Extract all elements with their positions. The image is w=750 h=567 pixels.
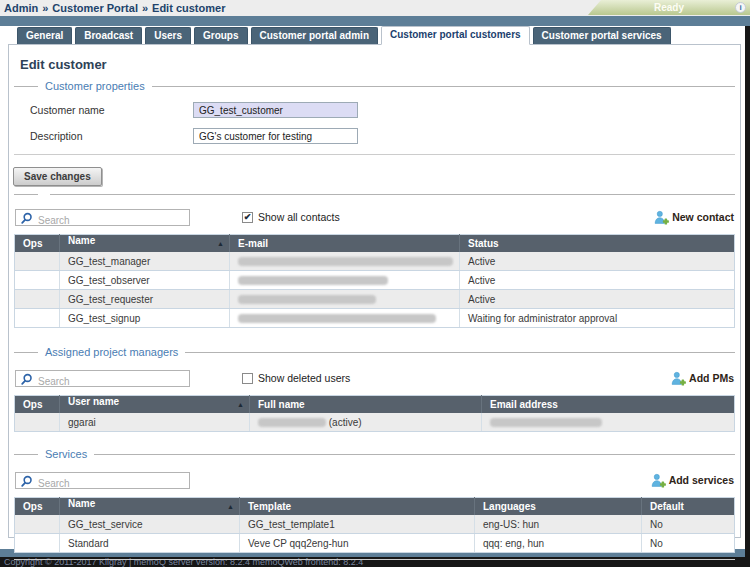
service-template: GG_test_template1: [240, 515, 475, 534]
description-row: Description: [30, 128, 735, 144]
contact-email: [230, 290, 460, 309]
contacts-col-email[interactable]: E-mail: [230, 235, 460, 253]
contact-name: GG_test_signup: [60, 309, 230, 328]
status-bar: Ready i: [588, 0, 750, 15]
tab-groups[interactable]: Groups: [194, 27, 248, 44]
redacted-email: [238, 314, 436, 323]
contact-name: GG_test_observer: [60, 271, 230, 290]
services-col-default[interactable]: Default: [642, 498, 735, 516]
add-services-button[interactable]: Add services: [651, 473, 734, 488]
services-toolbar: Add services: [15, 471, 734, 489]
contacts-header-row: Ops Name▲ E-mail Status: [15, 235, 735, 253]
search-icon: [20, 212, 33, 225]
add-pms-button[interactable]: Add PMs: [671, 371, 734, 386]
main-area: General Broadcast Users Groups Customer …: [0, 26, 745, 549]
contacts-col-name[interactable]: Name▲: [60, 235, 230, 253]
show-deleted-users-label: Show deleted users: [258, 372, 350, 384]
ops-cell: [15, 534, 60, 553]
tab-broadcast[interactable]: Broadcast: [75, 27, 142, 44]
add-pms-label: Add PMs: [689, 372, 734, 384]
services-col-template[interactable]: Template: [240, 498, 475, 516]
pm-col-ops: Ops: [15, 396, 60, 414]
contacts-section: ✔ Show all contacts New contact Ops Name…: [14, 194, 735, 328]
ops-cell: [15, 413, 60, 432]
services-section: Services Add services Ops Name▲ Tem: [14, 448, 735, 560]
project-managers-legend: Assigned project managers: [38, 346, 185, 358]
ops-cell: [15, 309, 60, 328]
service-template: Veve CP qqq2eng-hun: [240, 534, 475, 553]
tab-general[interactable]: General: [17, 27, 72, 44]
tab-customer-portal-customers[interactable]: Customer portal customers: [381, 26, 530, 45]
breadcrumb-admin[interactable]: Admin: [4, 2, 38, 14]
service-default: No: [642, 515, 735, 534]
table-row: GG_test_observer Active: [15, 271, 735, 290]
sort-asc-icon: ▲: [237, 396, 244, 413]
person-add-icon: [654, 210, 669, 225]
breadcrumb: Admin»Customer Portal»Edit customer: [4, 0, 225, 16]
new-contact-button[interactable]: New contact: [654, 210, 734, 225]
contact-status: Waiting for administrator approval: [460, 309, 735, 328]
ops-cell: [15, 271, 60, 290]
redacted-email: [490, 418, 602, 427]
contacts-search: [15, 209, 190, 226]
contacts-search-input[interactable]: [16, 213, 189, 228]
customer-name-label: Customer name: [30, 104, 193, 116]
contacts-col-status[interactable]: Status: [460, 235, 735, 253]
contact-name: GG_test_manager: [60, 252, 230, 271]
service-name: Standard: [60, 534, 240, 553]
tab-bar: General Broadcast Users Groups Customer …: [17, 26, 745, 44]
tab-customer-portal-services[interactable]: Customer portal services: [533, 27, 671, 44]
breadcrumb-separator: »: [142, 2, 148, 14]
services-col-name[interactable]: Name▲: [60, 498, 240, 516]
person-add-icon: [651, 473, 666, 488]
pm-search: [15, 370, 190, 387]
customer-properties-section: Customer properties Customer name Descri…: [14, 80, 735, 155]
show-all-contacts-checkbox[interactable]: ✔: [242, 212, 253, 223]
show-deleted-users-toggle[interactable]: Show deleted users: [242, 372, 350, 384]
contact-status: Active: [460, 271, 735, 290]
contact-email: [230, 271, 460, 290]
customer-name-input[interactable]: [193, 102, 358, 118]
ops-cell: [15, 515, 60, 534]
tab-users[interactable]: Users: [145, 27, 191, 44]
pm-user-name: ggarai: [60, 413, 250, 432]
pm-col-user[interactable]: User name▲: [60, 396, 250, 414]
pm-toolbar: Show deleted users Add PMs: [15, 369, 734, 387]
top-strip: Admin»Customer Portal»Edit customer Read…: [0, 0, 750, 16]
tab-customer-portal-admin[interactable]: Customer portal admin: [251, 27, 378, 44]
status-text: Ready: [654, 2, 684, 13]
show-deleted-users-checkbox[interactable]: [242, 373, 253, 384]
table-row: GG_test_service GG_test_template1 eng-US…: [15, 515, 735, 534]
pm-table: Ops User name▲ Full name Email address g…: [14, 395, 735, 432]
services-search-input[interactable]: [16, 476, 189, 491]
show-all-contacts-toggle[interactable]: ✔ Show all contacts: [242, 211, 340, 223]
show-all-contacts-label: Show all contacts: [258, 211, 340, 223]
info-icon[interactable]: i: [735, 2, 746, 13]
customer-name-row: Customer name: [30, 102, 735, 118]
sort-asc-icon: ▲: [217, 235, 224, 252]
search-icon: [20, 373, 33, 386]
pm-full-name: (active): [250, 413, 482, 432]
ops-cell: [15, 290, 60, 309]
services-table: Ops Name▲ Template Languages Default GG_…: [14, 497, 735, 553]
contacts-toolbar: ✔ Show all contacts New contact: [15, 208, 734, 226]
save-changes-button[interactable]: Save changes: [13, 167, 102, 186]
services-search: [15, 472, 190, 489]
services-col-languages[interactable]: Languages: [475, 498, 642, 516]
breadcrumb-customer-portal[interactable]: Customer Portal: [52, 2, 138, 14]
service-languages: qqq: eng, hun: [475, 534, 642, 553]
breadcrumb-separator: »: [42, 2, 48, 14]
description-input[interactable]: [193, 128, 358, 144]
contacts-col-ops: Ops: [15, 235, 60, 253]
service-languages: eng-US: hun: [475, 515, 642, 534]
pm-col-email[interactable]: Email address: [482, 396, 735, 414]
description-label: Description: [30, 130, 193, 142]
pm-col-full[interactable]: Full name: [250, 396, 482, 414]
pm-email: [482, 413, 735, 432]
table-row: GG_test_signup Waiting for administrator…: [15, 309, 735, 328]
contacts-table: Ops Name▲ E-mail Status GG_test_manager …: [14, 234, 735, 328]
content-panel: Edit customer Customer properties Custom…: [8, 44, 741, 538]
ops-cell: [15, 252, 60, 271]
pm-search-input[interactable]: [16, 374, 189, 389]
redacted-email: [238, 295, 376, 304]
